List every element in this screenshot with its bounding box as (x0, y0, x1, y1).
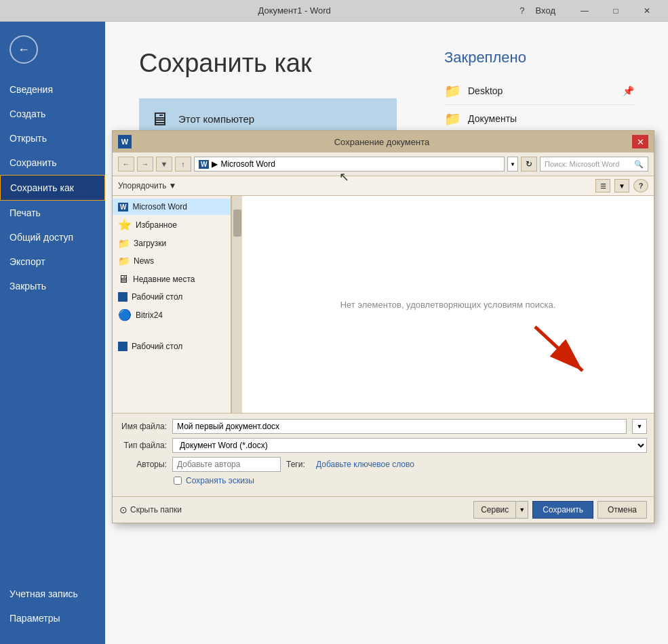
nav-item-bitrix24[interactable]: 🔵 Bitrix24 (113, 305, 231, 325)
nav-bitrix24-label: Bitrix24 (136, 310, 163, 320)
nav-item-downloads[interactable]: 📁 Загрузки (113, 235, 231, 252)
nav-item-desktop[interactable]: Рабочий стол (113, 289, 231, 305)
addr-up-button[interactable]: ↑ (175, 157, 191, 172)
nav-item-recent[interactable]: 🖥 Недавние места (113, 270, 231, 289)
cancel-button[interactable]: Отмена (597, 501, 647, 519)
view-icon: ☰ (600, 182, 606, 190)
sidebar-item-account[interactable]: Учетная запись (0, 582, 105, 606)
pinned-section: Закреплено 📁 Desktop 📌 📁 Документы (444, 49, 634, 133)
nav-bitrix24-icon: 🔵 (118, 308, 132, 321)
pinned-documents-label: Документы (468, 113, 634, 124)
nav-favorites-label: Избранное (136, 220, 177, 230)
maximize-button[interactable]: □ (600, 1, 631, 20)
show-folders-label: Скрыть папки (130, 505, 182, 515)
nav-downloads-label: Загрузки (134, 239, 166, 248)
app-container: ← Сведения Создать Открыть Сохранить Сох… (0, 22, 668, 644)
dialog-close-button[interactable]: ✕ (632, 135, 648, 148)
filename-input[interactable] (172, 419, 627, 434)
sidebar-item-print[interactable]: Печать (0, 201, 105, 225)
tags-label: Теги: (286, 460, 313, 469)
empty-content-message: Нет элементов, удовлетворяющих условиям … (340, 300, 556, 310)
view-button[interactable]: ☰ (595, 179, 610, 193)
filename-row: Имя файла: ▼ (119, 419, 647, 434)
nav-pane: W Microsoft Word ⭐ Избранное 📁 Загрузки (113, 196, 231, 413)
addr-up-icon: ↑ (181, 160, 185, 168)
sidebar-item-export[interactable]: Экспорт (0, 249, 105, 274)
nav-item-desktop2[interactable]: Рабочий стол (113, 338, 231, 355)
nav-recent-label: Недавние места (133, 275, 195, 284)
dialog-word-icon: W (118, 135, 132, 148)
save-dialog: W Сохранение документа ✕ ← → ▼ ↑ (112, 130, 654, 523)
sidebar-item-share[interactable]: Общий доступ (0, 225, 105, 249)
thumbnail-label[interactable]: Сохранять эскизы (186, 476, 254, 485)
pinned-title: Закреплено (444, 49, 634, 66)
nav-recent-icon: 🖥 (118, 273, 129, 285)
sidebar-item-options[interactable]: Параметры (0, 606, 105, 630)
tags-section: Теги: Добавьте ключевое слово (286, 460, 647, 469)
dialog-titlebar: W Сохранение документа ✕ (113, 131, 654, 153)
login-button[interactable]: Вход (529, 5, 562, 16)
authors-tags-row: Авторы: Теги: Добавьте ключевое слово (119, 457, 647, 472)
nav-desktop2-icon (118, 342, 127, 351)
filename-dropdown[interactable]: ▼ (632, 419, 647, 434)
show-folders-button[interactable]: ⊙ Скрыть папки (119, 504, 182, 515)
sidebar-item-save[interactable]: Сохранить (0, 150, 105, 175)
filetype-select[interactable]: Документ Word (*.docx) (172, 438, 647, 453)
nav-desktop-icon (118, 292, 127, 302)
author-label: Авторы: (119, 460, 167, 469)
sidebar-item-info[interactable]: Сведения (0, 77, 105, 102)
minimize-button[interactable]: — (569, 1, 600, 20)
addr-search-box[interactable]: Поиск: Microsoft Word 🔍 (540, 157, 648, 172)
nav-scrollbar[interactable] (231, 196, 242, 413)
addr-path-text: Microsoft Word (220, 159, 275, 169)
sidebar-item-saveas[interactable]: Сохранить как (0, 175, 105, 201)
titlebar-title: Документ1 - Word (73, 5, 515, 16)
view2-button[interactable]: ▼ (614, 179, 629, 193)
thumbnail-checkbox[interactable] (174, 477, 182, 485)
author-input[interactable] (172, 457, 281, 472)
tags-input[interactable]: Добавьте ключевое слово (316, 460, 414, 469)
pinned-item-desktop[interactable]: 📁 Desktop 📌 (444, 77, 634, 105)
nav-item-msword[interactable]: W Microsoft Word (113, 199, 231, 215)
nav-word-icon: W (118, 203, 128, 212)
nav-downloads-icon: 📁 (118, 238, 130, 249)
nav-desktop-label: Рабочий стол (132, 292, 182, 302)
service-arrow-button[interactable]: ▼ (516, 501, 528, 519)
show-folders-icon: ⊙ (119, 504, 127, 515)
service-dropdown: Сервис ▼ (473, 501, 528, 519)
pinned-item-documents[interactable]: 📁 Документы (444, 105, 634, 133)
back-button[interactable]: ← (9, 35, 38, 64)
addr-dropdown2-icon: ▼ (161, 160, 168, 168)
addr-forward-button[interactable]: → (137, 157, 153, 172)
dialog-addressbar: ← → ▼ ↑ W ▶ Microsoft Word ▼ ↻ (113, 153, 654, 176)
service-button[interactable]: Сервис (473, 501, 516, 519)
help-icon[interactable]: ? (515, 5, 528, 16)
filetype-label: Тип файла: (119, 441, 167, 450)
sidebar-item-close[interactable]: Закрыть (0, 274, 105, 298)
addr-back-icon: ← (123, 160, 130, 168)
addr-back-button[interactable]: ← (118, 157, 134, 172)
sidebar: ← Сведения Создать Открыть Сохранить Сох… (0, 22, 105, 644)
filetype-row: Тип файла: Документ Word (*.docx) (119, 438, 647, 453)
dialog-help-button[interactable]: ? (633, 179, 648, 193)
addr-refresh-button[interactable]: ↻ (521, 157, 537, 172)
nav-item-favorites[interactable]: ⭐ Избранное (113, 215, 231, 235)
close-button[interactable]: ✕ (631, 1, 663, 20)
addr-path-separator: ▶ (212, 159, 218, 169)
thumbnail-row: Сохранять эскизы (119, 476, 647, 485)
addr-path-dropdown[interactable]: ▼ (507, 157, 518, 172)
addr-refresh-icon: ↻ (526, 159, 532, 169)
addr-path-word-icon: W (199, 160, 209, 169)
computer-label: Этот компьютер (178, 113, 254, 125)
dialog-actions: ⊙ Скрыть папки Сервис ▼ Сохранить Отмена (113, 496, 654, 523)
save-button[interactable]: Сохранить (532, 501, 593, 519)
addr-dropdown2-button[interactable]: ▼ (156, 157, 172, 172)
computer-icon: 🖥 (150, 108, 169, 130)
view2-icon: ▼ (618, 182, 625, 190)
organize-button[interactable]: Упорядочить ▼ (118, 181, 176, 190)
dialog-title: Сохранение документа (137, 137, 627, 147)
nav-item-news[interactable]: 📁 News (113, 252, 231, 270)
pin-icon: 📌 (623, 85, 634, 96)
sidebar-item-new[interactable]: Создать (0, 102, 105, 126)
sidebar-item-open[interactable]: Открыть (0, 126, 105, 150)
